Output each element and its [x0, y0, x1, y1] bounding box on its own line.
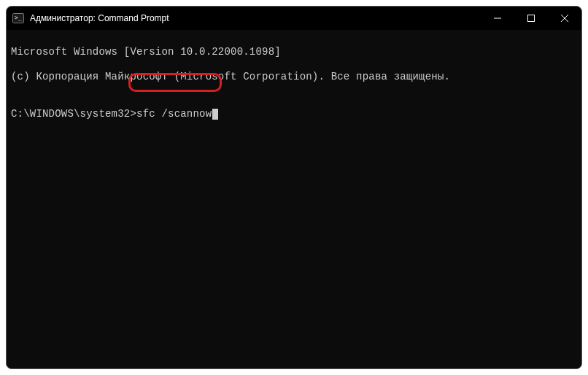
command-text: sfc /scannow — [136, 108, 212, 120]
maximize-button[interactable] — [514, 7, 548, 30]
copyright-line: (c) Корпорация Майкрософт (Microsoft Cor… — [11, 71, 577, 83]
titlebar[interactable]: >_ Администратор: Command Prompt — [7, 7, 581, 30]
window-controls — [481, 7, 581, 30]
svg-rect-3 — [528, 15, 535, 22]
cmd-icon: >_ — [12, 12, 24, 24]
version-line: Microsoft Windows [Version 10.0.22000.10… — [11, 46, 577, 58]
minimize-button[interactable] — [481, 7, 514, 30]
text-cursor — [212, 109, 218, 120]
window-frame: >_ Администратор: Command Prompt Microso… — [6, 6, 582, 369]
svg-text:>_: >_ — [15, 15, 22, 21]
prompt-row: C:\WINDOWS\system32>sfc /scannow — [11, 108, 218, 120]
window-title: Администратор: Command Prompt — [30, 13, 169, 23]
terminal-body[interactable]: Microsoft Windows [Version 10.0.22000.10… — [7, 30, 581, 368]
close-button[interactable] — [548, 7, 581, 30]
prompt-path: C:\WINDOWS\system32> — [11, 108, 136, 120]
